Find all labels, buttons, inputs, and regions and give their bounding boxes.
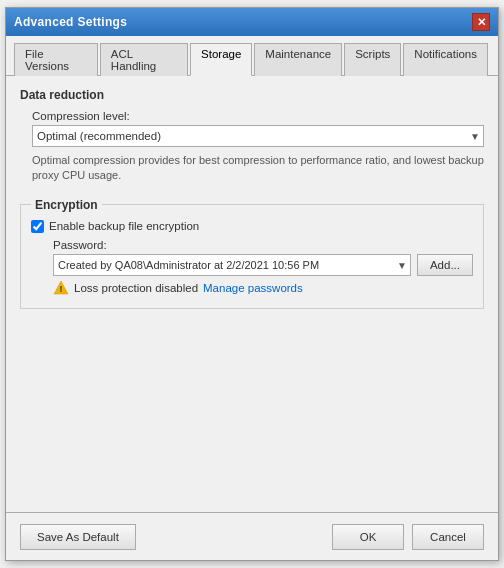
tab-maintenance[interactable]: Maintenance (254, 43, 342, 76)
manage-passwords-link[interactable]: Manage passwords (203, 282, 303, 294)
enable-encryption-row: Enable backup file encryption (31, 220, 473, 233)
data-reduction-title: Data reduction (20, 88, 484, 102)
tab-scripts[interactable]: Scripts (344, 43, 401, 76)
password-row: Created by QA08\Administrator at 2/2/202… (53, 254, 473, 276)
warning-row: ! Loss protection disabled Manage passwo… (53, 280, 473, 296)
cancel-button[interactable]: Cancel (412, 524, 484, 550)
tab-storage[interactable]: Storage (190, 43, 252, 76)
advanced-settings-window: Advanced Settings ✕ File Versions ACL Ha… (5, 7, 499, 561)
tabs-container: File Versions ACL Handling Storage Maint… (6, 36, 498, 76)
add-button[interactable]: Add... (417, 254, 473, 276)
svg-text:!: ! (60, 284, 63, 294)
compression-label: Compression level: (32, 110, 484, 122)
compression-description: Optimal compression provides for best co… (32, 153, 484, 184)
bottom-right: OK Cancel (332, 524, 484, 550)
tab-notifications[interactable]: Notifications (403, 43, 488, 76)
enable-encryption-checkbox[interactable] (31, 220, 44, 233)
bottom-left: Save As Default (20, 524, 332, 550)
compression-select[interactable]: Optimal (recommended) (32, 125, 484, 147)
content-area: Data reduction Compression level: Optima… (6, 76, 498, 512)
bottom-bar: Save As Default OK Cancel (6, 512, 498, 560)
encryption-legend: Encryption (31, 198, 102, 212)
title-bar: Advanced Settings ✕ (6, 8, 498, 36)
password-select-wrapper: Created by QA08\Administrator at 2/2/202… (53, 254, 411, 276)
tab-file-versions[interactable]: File Versions (14, 43, 98, 76)
enable-encryption-label: Enable backup file encryption (49, 220, 199, 232)
close-button[interactable]: ✕ (472, 13, 490, 31)
warning-text: Loss protection disabled (74, 282, 198, 294)
window-title: Advanced Settings (14, 15, 127, 29)
data-reduction-section: Data reduction Compression level: Optima… (20, 88, 484, 184)
password-select[interactable]: Created by QA08\Administrator at 2/2/202… (53, 254, 411, 276)
warning-icon: ! (53, 280, 69, 296)
compression-select-wrapper: Optimal (recommended) ▼ (32, 125, 484, 147)
save-as-default-button[interactable]: Save As Default (20, 524, 136, 550)
tab-acl-handling[interactable]: ACL Handling (100, 43, 188, 76)
password-label: Password: (53, 239, 473, 251)
password-section: Password: Created by QA08\Administrator … (51, 239, 473, 296)
ok-button[interactable]: OK (332, 524, 404, 550)
encryption-section: Encryption Enable backup file encryption… (20, 198, 484, 309)
